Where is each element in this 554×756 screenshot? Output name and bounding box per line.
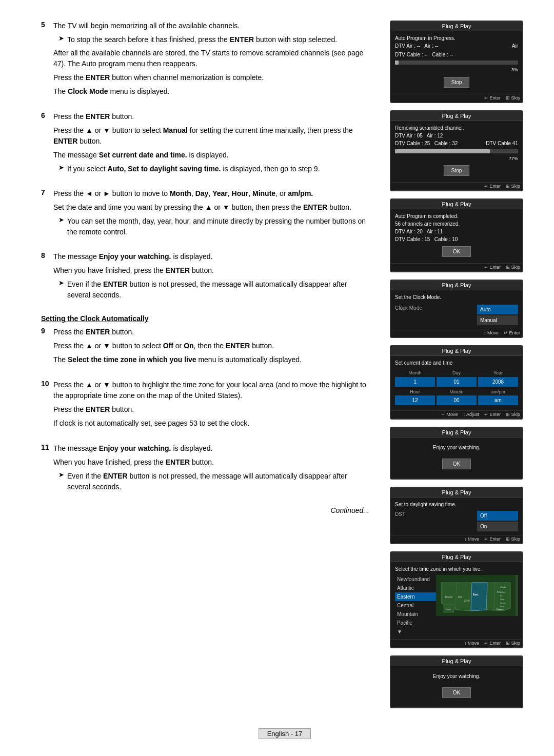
tv-p3-footer-enter: ↵ Enter [484,265,501,270]
tv-p6-ok-btn[interactable]: OK [442,459,471,469]
tv-p5-footer: ↔ Move ↕ Adjust ↵ Enter ⊞ Skip [391,410,522,419]
tv-p1-btn-row: Stop [395,74,518,91]
svg-text:Atl: Atl [497,590,500,593]
svg-text:found-: found- [500,602,506,604]
tv-panel-3-title: Plug & Play [391,200,522,209]
page-content: 5 The TV will begin memorizing all of th… [41,21,528,715]
step-number-8: 8 [41,251,53,303]
tv-panel-6-title: Plug & Play [391,428,522,437]
tv-p2-footer: ↵ Enter ⊞ Skip [391,182,522,190]
tv-panel-8-title: Plug & Play [391,552,522,562]
tv-panel-9-title: Plug & Play [391,656,522,666]
tv-p3-ok-btn[interactable]: OK [442,246,471,257]
step-number-11: 11 [41,443,53,495]
svg-text:Alaska: Alaska [500,586,507,588]
step6-subitem1-text: If you select Auto, Set to daylight savi… [67,164,369,174]
tv-p2-progress-label: 77% [395,155,518,163]
step-8: 8 The message Enjoy your watching. is di… [41,251,369,303]
tv-p2-stop-btn[interactable]: Stop [444,165,470,176]
step5-line1: The TV will begin memorizing all of the … [53,21,369,31]
tv-p5-label: Set current date and time [395,359,518,367]
step8-line1: The message Enjoy your watching. is disp… [53,251,369,262]
tv-p5-day-label: Day [437,370,477,377]
tv-p5-month-value: 1 [395,377,435,387]
tv-p3-footer: ↵ Enter ⊞ Skip [391,263,522,271]
tv-p8-footer-skip: ⊞ Skip [506,641,520,646]
step-11: 11 The message Enjoy your watching. is d… [41,443,369,495]
tv-p8-map: Pacific Mtn East Cntrl Atl Hawaii Alaska… [436,575,518,616]
tv-p6-label: Enjoy your watching. [395,444,518,451]
tv-p9-ok-btn[interactable]: OK [442,687,471,698]
tv-p5-footer-enter: ↵ Enter [484,412,501,417]
tv-p5-row1-labels: Month 1 Day 01 Year 2008 [395,370,518,387]
svg-text:New-: New- [500,598,505,601]
step-9: 9 Press the ENTER button. Press the ▲ or… [41,327,369,368]
tv-p5-year-label: Year [478,370,518,377]
tv-panel-5-body: Set current date and time Month 1 Day 01… [391,356,522,410]
left-column: 5 The TV will begin memorizing all of th… [41,21,374,715]
step-6: 6 Press the ENTER button. Press the ▲ or… [41,111,369,177]
step10-line1: Press the ▲ or ▼ button to highlight the… [53,380,369,401]
step-content-5: The TV will begin memorizing all of the … [53,21,369,100]
tv-panel-9-body: Enjoy your watching. OK [391,666,522,707]
tv-p7-dst-label: DST [395,510,405,518]
tz-newfoundland: Newfoundland [395,575,436,584]
step7-line1: Press the ◄ or ► button to move to Month… [53,188,369,199]
tv-panel-8-body: Select the time zone in which you live. … [391,562,522,639]
tv-p4-footer-enter: ↵ Enter [504,330,520,335]
tv-p5-day-value: 01 [437,377,477,387]
step11-line1: The message Enjoy your watching. is disp… [53,443,369,454]
tv-panel-3-body: Auto Program is completed. 56 channels a… [391,209,522,263]
tz-scroll: ▼ [395,627,436,636]
step8-subitem1: ➤ Even if the ENTER button is not presse… [53,279,369,301]
tv-p1-footer-enter: ↵ Enter [484,95,501,101]
step-7: 7 Press the ◄ or ► button to move to Mon… [41,188,369,240]
tv-panel-1-body: Auto Program in Progress. DTV Air : -- A… [391,31,522,94]
tv-p8-content: Newfoundland Atlantic Eastern Central Mo… [395,575,518,636]
tv-p8-footer-move: ↕ Move [464,641,479,646]
arrow-icon: ➤ [58,164,64,174]
step5-line3: Press the ENTER button when channel memo… [53,72,369,83]
tv-p5-footer-adjust: ↕ Adjust [463,412,479,417]
tv-p8-footer-enter: ↵ Enter [484,641,501,646]
step-content-11: The message Enjoy your watching. is disp… [53,443,369,495]
tz-pacific: Pacific [395,619,436,627]
tv-p8-tz-list: Newfoundland Atlantic Eastern Central Mo… [395,575,436,636]
tv-p1-line1: Auto Program in Progress. [395,34,518,42]
tv-panel-3: Plug & Play Auto Program is completed. 5… [390,198,523,272]
tv-p5-minute-value: 00 [437,395,477,405]
tv-p1-footer-skip: ⊞ Skip [506,95,520,101]
tv-p3-line1: Auto Program is completed. [395,212,518,220]
tv-p4-footer-move: ↕ Move [484,330,499,335]
tv-panel-1: Plug & Play Auto Program in Progress. DT… [390,21,523,103]
us-map-svg: Pacific Mtn East Cntrl Atl Hawaii Alaska… [436,575,516,616]
setting-clock-heading: Setting the Clock Automatically [41,314,369,323]
tv-p9-btn-row: OK [395,684,518,701]
tv-p1-stop-btn[interactable]: Stop [444,77,470,88]
step6-line3: The message Set current date and time. i… [53,150,369,161]
step-content-7: Press the ◄ or ► button to move to Month… [53,188,369,240]
tv-panel-4-body: Set the Clock Mode. Clock Mode Auto Manu… [391,290,522,329]
tv-p3-line2: 56 channels are memorized. [395,220,518,228]
tv-panel-2-title: Plug & Play [391,111,522,121]
step6-line2: Press the ▲ or ▼ button to select Manual… [53,125,369,147]
tv-p4-options: Auto Manual [477,304,518,326]
step5-subitem1: ➤ To stop the search before it has finis… [53,34,369,45]
tv-p2-line2: DTV Air : 05 Air : 12 [395,132,518,140]
step-number-10: 10 [41,380,53,432]
step-number-7: 7 [41,188,53,240]
step5-subitem1-text: To stop the search before it has finishe… [67,34,369,45]
tv-panel-4: Plug & Play Set the Clock Mode. Clock Mo… [390,280,523,338]
tv-p5-minute-label: Minute [437,389,477,396]
tv-p1-progress-container [395,61,518,65]
step10-line2: Press the ENTER button. [53,404,369,415]
tv-p8-label: Select the time zone in which you live. [395,565,518,573]
tv-p5-hour-label: Hour [395,389,435,396]
tz-atlantic: Atlantic [395,584,436,592]
tv-panel-7-body: Set to daylight saving time. DST Off On [391,498,522,535]
tv-p1-progress-label: 3% [395,67,518,74]
tv-p4-option-manual: Manual [477,315,518,325]
step6-subitem1: ➤ If you select Auto, Set to daylight sa… [53,164,369,174]
tv-panel-6-body: Enjoy your watching. OK [391,437,522,479]
right-column: Plug & Play Auto Program in Progress. DT… [390,21,528,715]
